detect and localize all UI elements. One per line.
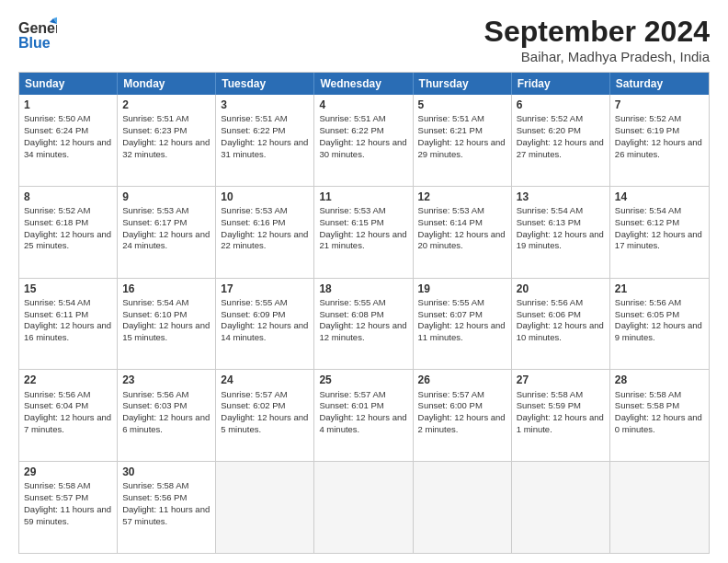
- day-cell: 6Sunrise: 5:52 AMSunset: 6:20 PMDaylight…: [512, 95, 610, 186]
- daylight: Daylight: 12 hours and 9 minutes.: [615, 320, 702, 342]
- day-cell: 30Sunrise: 5:58 AMSunset: 5:56 PMDayligh…: [118, 462, 216, 553]
- sunset: Sunset: 6:11 PM: [24, 309, 88, 319]
- daylight: Daylight: 12 hours and 24 minutes.: [122, 229, 210, 251]
- sunrise: Sunrise: 5:55 AM: [221, 297, 287, 307]
- sunrise: Sunrise: 5:54 AM: [24, 297, 90, 307]
- day-cell: 19Sunrise: 5:55 AMSunset: 6:07 PMDayligh…: [414, 279, 512, 370]
- sunrise: Sunrise: 5:53 AM: [418, 205, 484, 215]
- sunset: Sunset: 6:00 PM: [418, 400, 483, 410]
- day-number: 27: [517, 373, 605, 387]
- day-number: 16: [122, 282, 210, 296]
- daylight: Daylight: 12 hours and 1 minute.: [517, 412, 604, 434]
- sunrise: Sunrise: 5:57 AM: [319, 389, 385, 399]
- header-tuesday: Tuesday: [216, 73, 314, 95]
- sunset: Sunset: 5:57 PM: [24, 492, 88, 502]
- sunrise: Sunrise: 5:56 AM: [122, 389, 188, 399]
- sunrise: Sunrise: 5:56 AM: [24, 389, 90, 399]
- sunrise: Sunrise: 5:54 AM: [122, 297, 188, 307]
- daylight: Daylight: 11 hours and 59 minutes.: [24, 504, 111, 526]
- day-cell: 2Sunrise: 5:51 AMSunset: 6:23 PMDaylight…: [118, 95, 216, 186]
- day-number: 1: [24, 98, 112, 112]
- sunset: Sunset: 6:13 PM: [517, 217, 581, 227]
- sunrise: Sunrise: 5:53 AM: [319, 205, 385, 215]
- sunrise: Sunrise: 5:58 AM: [615, 389, 681, 399]
- sunrise: Sunrise: 5:56 AM: [517, 297, 583, 307]
- day-number: 17: [221, 282, 309, 296]
- sunrise: Sunrise: 5:56 AM: [615, 297, 681, 307]
- calendar-body: 1Sunrise: 5:50 AMSunset: 6:24 PMDaylight…: [19, 95, 709, 553]
- sunset: Sunset: 6:23 PM: [122, 125, 187, 135]
- daylight: Daylight: 12 hours and 34 minutes.: [24, 137, 111, 159]
- day-number: 12: [418, 190, 506, 204]
- day-cell: [216, 462, 314, 553]
- sunset: Sunset: 6:03 PM: [122, 400, 187, 410]
- daylight: Daylight: 12 hours and 10 minutes.: [517, 320, 604, 342]
- sunset: Sunset: 6:15 PM: [319, 217, 383, 227]
- day-cell: 4Sunrise: 5:51 AMSunset: 6:22 PMDaylight…: [314, 95, 413, 186]
- sunset: Sunset: 6:02 PM: [221, 400, 285, 410]
- day-number: 8: [24, 190, 112, 204]
- day-cell: 23Sunrise: 5:56 AMSunset: 6:03 PMDayligh…: [118, 370, 216, 461]
- day-cell: 5Sunrise: 5:51 AMSunset: 6:21 PMDaylight…: [414, 95, 512, 186]
- day-number: 26: [418, 373, 506, 387]
- header-monday: Monday: [118, 73, 216, 95]
- sunset: Sunset: 5:59 PM: [517, 400, 581, 410]
- week-row-3: 15Sunrise: 5:54 AMSunset: 6:11 PMDayligh…: [19, 278, 709, 370]
- day-cell: 28Sunrise: 5:58 AMSunset: 5:58 PMDayligh…: [610, 370, 709, 461]
- day-number: 23: [122, 373, 210, 387]
- daylight: Daylight: 12 hours and 5 minutes.: [221, 412, 308, 434]
- day-cell: 1Sunrise: 5:50 AMSunset: 6:24 PMDaylight…: [19, 95, 118, 186]
- sunrise: Sunrise: 5:52 AM: [24, 205, 90, 215]
- sunset: Sunset: 6:01 PM: [319, 400, 383, 410]
- day-number: 5: [418, 98, 506, 112]
- page: General Blue September 2024 Baihar, Madh…: [0, 0, 728, 563]
- title-block: September 2024 Baihar, Madhya Pradesh, I…: [484, 15, 710, 64]
- calendar: Sunday Monday Tuesday Wednesday Thursday…: [18, 72, 710, 554]
- sunset: Sunset: 6:20 PM: [517, 125, 581, 135]
- daylight: Daylight: 12 hours and 0 minutes.: [615, 412, 702, 434]
- sunset: Sunset: 6:22 PM: [221, 125, 285, 135]
- sunset: Sunset: 5:58 PM: [615, 400, 679, 410]
- sunrise: Sunrise: 5:53 AM: [221, 205, 287, 215]
- logo: General Blue: [18, 15, 57, 53]
- day-cell: 26Sunrise: 5:57 AMSunset: 6:00 PMDayligh…: [414, 370, 512, 461]
- daylight: Daylight: 12 hours and 14 minutes.: [221, 320, 308, 342]
- header-saturday: Saturday: [610, 73, 709, 95]
- day-cell: 21Sunrise: 5:56 AMSunset: 6:05 PMDayligh…: [610, 279, 709, 370]
- sunrise: Sunrise: 5:53 AM: [122, 205, 188, 215]
- daylight: Daylight: 12 hours and 2 minutes.: [418, 412, 506, 434]
- daylight: Daylight: 12 hours and 7 minutes.: [24, 412, 111, 434]
- month-title: September 2024: [484, 15, 710, 49]
- week-row-5: 29Sunrise: 5:58 AMSunset: 5:57 PMDayligh…: [19, 461, 709, 553]
- day-number: 4: [319, 98, 407, 112]
- daylight: Daylight: 12 hours and 4 minutes.: [319, 412, 406, 434]
- day-cell: 15Sunrise: 5:54 AMSunset: 6:11 PMDayligh…: [19, 279, 118, 370]
- daylight: Daylight: 12 hours and 16 minutes.: [24, 320, 111, 342]
- daylight: Daylight: 12 hours and 19 minutes.: [517, 229, 604, 251]
- day-cell: 25Sunrise: 5:57 AMSunset: 6:01 PMDayligh…: [314, 370, 413, 461]
- daylight: Daylight: 12 hours and 12 minutes.: [319, 320, 406, 342]
- sunset: Sunset: 6:12 PM: [615, 217, 679, 227]
- sunset: Sunset: 6:05 PM: [615, 309, 679, 319]
- day-cell: 18Sunrise: 5:55 AMSunset: 6:08 PMDayligh…: [314, 279, 413, 370]
- svg-text:General: General: [18, 20, 57, 36]
- day-cell: [512, 462, 610, 553]
- week-row-2: 8Sunrise: 5:52 AMSunset: 6:18 PMDaylight…: [19, 186, 709, 278]
- day-cell: 12Sunrise: 5:53 AMSunset: 6:14 PMDayligh…: [414, 187, 512, 278]
- day-cell: 16Sunrise: 5:54 AMSunset: 6:10 PMDayligh…: [118, 279, 216, 370]
- day-cell: 17Sunrise: 5:55 AMSunset: 6:09 PMDayligh…: [216, 279, 314, 370]
- sunset: Sunset: 6:09 PM: [221, 309, 285, 319]
- sunrise: Sunrise: 5:51 AM: [319, 113, 385, 123]
- sunset: Sunset: 5:56 PM: [122, 492, 187, 502]
- day-cell: 24Sunrise: 5:57 AMSunset: 6:02 PMDayligh…: [216, 370, 314, 461]
- sunrise: Sunrise: 5:58 AM: [122, 480, 188, 490]
- day-number: 30: [122, 465, 210, 479]
- sunrise: Sunrise: 5:57 AM: [418, 389, 484, 399]
- day-number: 10: [221, 190, 309, 204]
- day-cell: 9Sunrise: 5:53 AMSunset: 6:17 PMDaylight…: [118, 187, 216, 278]
- sunrise: Sunrise: 5:51 AM: [221, 113, 287, 123]
- daylight: Daylight: 12 hours and 11 minutes.: [418, 320, 506, 342]
- day-number: 21: [615, 282, 704, 296]
- week-row-1: 1Sunrise: 5:50 AMSunset: 6:24 PMDaylight…: [19, 95, 709, 186]
- day-number: 9: [122, 190, 210, 204]
